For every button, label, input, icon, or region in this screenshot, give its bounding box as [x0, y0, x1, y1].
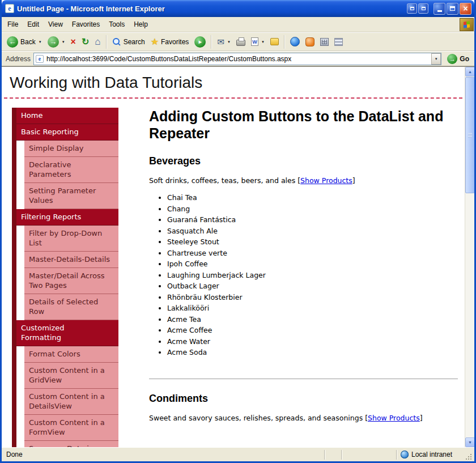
- product-item: Rhönbräu Klosterbier: [167, 292, 458, 303]
- mail-button[interactable]: ✉ ▼: [214, 36, 233, 48]
- menu-help[interactable]: Help: [129, 18, 152, 31]
- search-button[interactable]: Search: [109, 36, 148, 48]
- menu-edit[interactable]: Edit: [23, 18, 44, 31]
- product-item: Chang: [167, 203, 458, 215]
- mail-dropdown-icon[interactable]: ▼: [227, 40, 231, 44]
- status-text: Done: [6, 451, 324, 458]
- close-button[interactable]: ×: [460, 3, 471, 15]
- go-button[interactable]: → Go: [444, 53, 472, 65]
- product-list-beverages: Chai Tea Chang Guaraná Fantástica Sasqua…: [149, 192, 458, 358]
- messenger-icon: [290, 37, 300, 46]
- sidebar-item-custom-content-detailsview[interactable]: Custom Content in a DetailsView: [24, 389, 118, 415]
- bracket-close: ]: [352, 176, 355, 185]
- sidebar-item-basic-reporting[interactable]: Basic Reporting: [16, 124, 118, 141]
- menu-tools[interactable]: Tools: [104, 18, 129, 31]
- product-item: Steeleye Stout: [167, 236, 458, 248]
- zone-label: Local intranet: [411, 451, 452, 458]
- back-dropdown-icon[interactable]: ▼: [39, 40, 42, 44]
- product-item: Acme Coffee: [167, 325, 458, 336]
- go-arrow-icon: →: [447, 54, 457, 64]
- section-divider: [149, 379, 458, 379]
- web-page: Working with Data Tutorials Home Basic R…: [2, 67, 465, 447]
- forward-button[interactable]: → ▼: [45, 35, 68, 49]
- product-item: Lakkalikööri: [167, 303, 458, 314]
- sidebar-item-setting-parameter-values[interactable]: Setting Parameter Values: [24, 183, 118, 209]
- favorites-label: Favorites: [161, 38, 189, 46]
- sidebar-item-master-detail-two-pages[interactable]: Master/Detail Across Two Pages: [24, 268, 118, 294]
- titlebar[interactable]: e Untitled Page - Microsoft Internet Exp…: [2, 0, 474, 17]
- refresh-button[interactable]: ↻: [79, 36, 92, 48]
- toolbar-separator: [211, 35, 212, 49]
- edit-dropdown-icon[interactable]: ▼: [261, 40, 265, 44]
- minimize-button[interactable]: [434, 3, 445, 15]
- sidebar-item-filtering-reports[interactable]: Filtering Reports: [16, 209, 118, 226]
- forward-icon: →: [48, 36, 59, 48]
- show-products-link-condiments[interactable]: Show Products: [368, 414, 420, 422]
- security-zone-pane: Local intranet: [397, 450, 464, 460]
- favorites-star-icon: ★: [151, 37, 159, 46]
- print-button[interactable]: [233, 36, 248, 48]
- scrollbar-thumb[interactable]: [465, 77, 474, 193]
- stop-icon: ×: [71, 37, 76, 46]
- address-input[interactable]: e http://localhost:3699/Code/CustomButto…: [33, 53, 441, 65]
- print-icon: [236, 40, 245, 46]
- maximize-button[interactable]: [447, 3, 458, 15]
- scroll-up-button[interactable]: ▲: [465, 67, 474, 77]
- product-item: Sasquatch Ale: [167, 226, 458, 237]
- search-icon: [112, 37, 121, 46]
- messenger-button[interactable]: [287, 35, 303, 48]
- discuss-button[interactable]: [267, 36, 282, 47]
- status-bar: Done Local intranet: [2, 447, 474, 461]
- sidebar-nav: Home Basic Reporting Simple Display Decl…: [12, 108, 118, 447]
- category-heading-condiments: Condiments: [149, 393, 458, 405]
- media-icon: ▸: [194, 36, 206, 48]
- titlebar-extra-button-2[interactable]: [418, 3, 428, 14]
- titlebar-extra-button-1[interactable]: [407, 3, 417, 14]
- sidebar-item-simple-display[interactable]: Simple Display: [24, 141, 118, 157]
- product-item: Ipoh Coffee: [167, 258, 458, 270]
- resize-grip[interactable]: [464, 452, 473, 461]
- menu-favorites[interactable]: Favorites: [67, 18, 104, 31]
- sidebar-item-format-colors[interactable]: Format Colors: [24, 346, 118, 363]
- menu-view[interactable]: View: [44, 18, 67, 31]
- toolbar-grid-button[interactable]: [332, 36, 346, 48]
- back-icon: ←: [7, 36, 18, 48]
- site-header-title: Working with Data Tutorials: [2, 67, 465, 97]
- address-label: Address: [4, 55, 31, 63]
- media-button[interactable]: ▸: [192, 35, 209, 49]
- go-label: Go: [460, 55, 469, 63]
- windows-flag-icon: [464, 21, 470, 28]
- sidebar-item-custom-content-formview[interactable]: Custom Content in a FormView: [24, 415, 118, 441]
- category-description-beverages: Soft drinks, coffees, teas, beers, and a…: [149, 176, 458, 185]
- show-products-link-beverages[interactable]: Show Products: [300, 176, 352, 185]
- address-url[interactable]: http://localhost:3699/Code/CustomButtons…: [46, 55, 431, 63]
- edit-with-word-button[interactable]: W ▼: [248, 36, 267, 48]
- msn-button[interactable]: [303, 36, 317, 48]
- sidebar-item-custom-content-gridview[interactable]: Custom Content in a GridView: [24, 363, 118, 389]
- sidebar-item-summary-data-footer[interactable]: Summary Data in Footer: [24, 441, 118, 447]
- sidebar-item-declarative-parameters[interactable]: Declarative Parameters: [24, 157, 118, 183]
- home-button[interactable]: ⌂: [92, 35, 103, 48]
- sidebar-item-master-details-details[interactable]: Master-Details-Details: [24, 252, 118, 268]
- windows-logo-throbber: [460, 18, 474, 31]
- menu-file[interactable]: File: [3, 18, 23, 31]
- chevron-down-icon: ▼: [435, 57, 438, 61]
- vertical-scrollbar[interactable]: ▲ ▼: [465, 67, 474, 447]
- back-button[interactable]: ← Back ▼: [4, 35, 45, 49]
- sidebar-item-filter-by-dropdown-list[interactable]: Filter by Drop-Down List: [24, 226, 118, 252]
- address-bar: Address e http://localhost:3699/Code/Cus…: [2, 51, 474, 66]
- product-item: Chai Tea: [167, 192, 458, 203]
- sidebar-item-home[interactable]: Home: [16, 108, 118, 124]
- address-dropdown-button[interactable]: ▼: [431, 53, 441, 65]
- toolbar-separator: [106, 35, 107, 49]
- sidebar-item-customized-formatting[interactable]: Customized Formatting: [16, 320, 118, 346]
- restore-icon: [410, 7, 414, 10]
- favorites-button[interactable]: ★ Favorites: [148, 36, 192, 48]
- forward-dropdown-icon[interactable]: ▼: [62, 40, 65, 44]
- stop-button[interactable]: ×: [68, 36, 79, 48]
- sidebar-item-details-of-selected-row[interactable]: Details of Selected Row: [24, 294, 118, 320]
- product-item: Acme Tea: [167, 314, 458, 325]
- product-item: Chartreuse verte: [167, 248, 458, 259]
- scroll-down-button[interactable]: ▼: [465, 437, 474, 447]
- research-button[interactable]: [317, 36, 332, 48]
